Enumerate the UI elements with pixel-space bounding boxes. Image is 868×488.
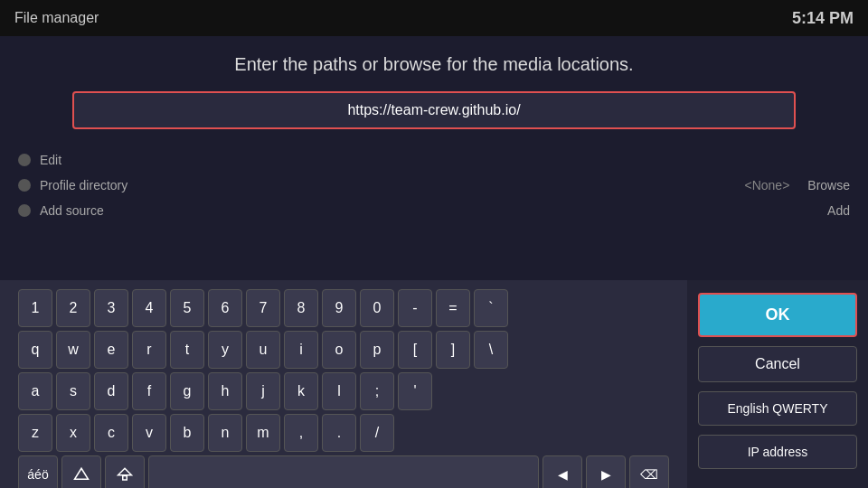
key-g[interactable]: g bbox=[170, 372, 204, 410]
ip-button[interactable]: IP address bbox=[698, 435, 857, 469]
key-a[interactable]: a bbox=[18, 372, 52, 410]
prompt-text: Enter the paths or browse for the media … bbox=[18, 54, 850, 75]
add-label: Add source bbox=[40, 203, 827, 218]
add-icon bbox=[18, 204, 31, 217]
key-backtick[interactable]: ` bbox=[474, 289, 508, 327]
key-5[interactable]: 5 bbox=[170, 289, 204, 327]
key-e[interactable]: e bbox=[94, 331, 128, 369]
key-rbracket[interactable]: ] bbox=[436, 331, 470, 369]
key-b[interactable]: b bbox=[170, 414, 204, 452]
key-row-zxcv: z x c v b n m , . / bbox=[18, 414, 669, 452]
key-semicolon[interactable]: ; bbox=[360, 372, 394, 410]
clock: 5:14 PM bbox=[792, 9, 854, 28]
key-k[interactable]: k bbox=[284, 372, 318, 410]
profile-label: Profile directory bbox=[40, 178, 726, 192]
key-minus[interactable]: - bbox=[398, 289, 432, 327]
key-row-numbers: 1 2 3 4 5 6 7 8 9 0 - = ` bbox=[18, 289, 669, 327]
key-y[interactable]: y bbox=[208, 331, 242, 369]
list-item-edit: Edit bbox=[18, 147, 850, 173]
key-accents[interactable]: áéö bbox=[18, 455, 58, 488]
browse-button[interactable]: Browse bbox=[807, 178, 850, 192]
key-w[interactable]: w bbox=[56, 331, 90, 369]
svg-marker-0 bbox=[75, 468, 89, 479]
key-f[interactable]: f bbox=[132, 372, 166, 410]
key-i[interactable]: i bbox=[284, 331, 318, 369]
key-lbracket[interactable]: [ bbox=[398, 331, 432, 369]
key-x[interactable]: x bbox=[56, 414, 90, 452]
key-comma[interactable]: , bbox=[284, 414, 318, 452]
key-d[interactable]: d bbox=[94, 372, 128, 410]
key-0[interactable]: 0 bbox=[360, 289, 394, 327]
key-7[interactable]: 7 bbox=[246, 289, 280, 327]
key-row-asdf: a s d f g h j k l ; ' bbox=[18, 372, 669, 410]
key-u[interactable]: u bbox=[246, 331, 280, 369]
key-s[interactable]: s bbox=[56, 372, 90, 410]
key-l[interactable]: l bbox=[322, 372, 356, 410]
key-j[interactable]: j bbox=[246, 372, 280, 410]
key-h[interactable]: h bbox=[208, 372, 242, 410]
key-period[interactable]: . bbox=[322, 414, 356, 452]
cancel-button[interactable]: Cancel bbox=[698, 346, 857, 382]
list-item-add: Add source Add bbox=[18, 198, 850, 223]
profile-icon bbox=[18, 179, 31, 192]
key-row-bottom: áéö ◀ ▶ ⌫ bbox=[18, 455, 669, 488]
key-r[interactable]: r bbox=[132, 331, 166, 369]
ok-button[interactable]: OK bbox=[698, 293, 857, 337]
key-row-qwerty: q w e r t y u i o p [ ] \ bbox=[18, 331, 669, 369]
top-bar: File manager 5:14 PM bbox=[0, 0, 868, 36]
svg-rect-2 bbox=[123, 476, 127, 481]
key-space[interactable] bbox=[148, 455, 539, 488]
app-title: File manager bbox=[14, 10, 99, 26]
key-backslash[interactable]: \ bbox=[474, 331, 508, 369]
key-right-arrow[interactable]: ▶ bbox=[586, 455, 626, 488]
layout-button[interactable]: English QWERTY bbox=[698, 391, 857, 426]
key-t[interactable]: t bbox=[170, 331, 204, 369]
list-item-profile: Profile directory <None> Browse bbox=[18, 173, 850, 198]
main-content: Enter the paths or browse for the media … bbox=[0, 36, 868, 280]
key-q[interactable]: q bbox=[18, 331, 52, 369]
key-3[interactable]: 3 bbox=[94, 289, 128, 327]
key-9[interactable]: 9 bbox=[322, 289, 356, 327]
edit-icon bbox=[18, 154, 31, 166]
key-p[interactable]: p bbox=[360, 331, 394, 369]
key-equals[interactable]: = bbox=[436, 289, 470, 327]
key-v[interactable]: v bbox=[132, 414, 166, 452]
shift-icon-key[interactable] bbox=[61, 455, 101, 488]
url-input[interactable]: https://team-crew.github.io/ bbox=[89, 102, 779, 118]
key-2[interactable]: 2 bbox=[56, 289, 90, 327]
keyboard-area: 1 2 3 4 5 6 7 8 9 0 - = ` q w e r t y u … bbox=[0, 280, 687, 488]
add-button[interactable]: Add bbox=[827, 203, 850, 218]
svg-marker-1 bbox=[118, 468, 132, 475]
key-m[interactable]: m bbox=[246, 414, 280, 452]
url-input-container[interactable]: https://team-crew.github.io/ bbox=[72, 91, 796, 129]
key-slash[interactable]: / bbox=[360, 414, 394, 452]
profile-value: <None> bbox=[744, 178, 789, 192]
key-1[interactable]: 1 bbox=[18, 289, 52, 327]
key-z[interactable]: z bbox=[18, 414, 52, 452]
key-8[interactable]: 8 bbox=[284, 289, 318, 327]
key-backspace[interactable]: ⌫ bbox=[629, 455, 669, 488]
key-quote[interactable]: ' bbox=[398, 372, 432, 410]
caps-icon-key[interactable] bbox=[105, 455, 145, 488]
key-left-arrow[interactable]: ◀ bbox=[542, 455, 582, 488]
key-6[interactable]: 6 bbox=[208, 289, 242, 327]
edit-label: Edit bbox=[40, 153, 850, 167]
key-o[interactable]: o bbox=[322, 331, 356, 369]
key-n[interactable]: n bbox=[208, 414, 242, 452]
key-4[interactable]: 4 bbox=[132, 289, 166, 327]
key-c[interactable]: c bbox=[94, 414, 128, 452]
sidebar-buttons: OK Cancel English QWERTY IP address bbox=[687, 280, 868, 488]
